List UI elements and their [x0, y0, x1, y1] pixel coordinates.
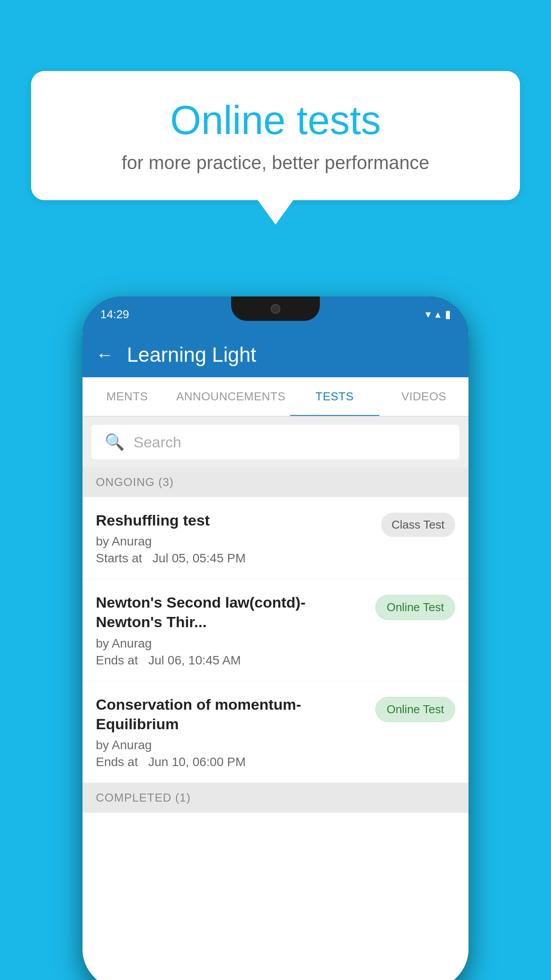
- test-name: Reshuffling test: [96, 510, 372, 530]
- ongoing-section-header: ONGOING (3): [83, 467, 468, 497]
- status-time: 14:29: [100, 308, 129, 321]
- app-title: Learning Light: [127, 343, 256, 367]
- test-list: Reshuffling test by Anurag Starts at Jul…: [83, 497, 468, 980]
- test-time: Ends at Jul 06, 10:45 AM: [96, 653, 366, 668]
- tab-tests[interactable]: TESTS: [290, 377, 379, 416]
- test-time-label: Starts at: [96, 551, 142, 565]
- completed-section-header: COMPLETED (1): [83, 783, 468, 813]
- test-time-value: Jul 06, 10:45 AM: [148, 653, 241, 667]
- test-item[interactable]: Reshuffling test by Anurag Starts at Jul…: [83, 497, 468, 579]
- test-name: Newton's Second law(contd)-Newton's Thir…: [96, 593, 366, 632]
- test-item[interactable]: Newton's Second law(contd)-Newton's Thir…: [83, 579, 468, 681]
- status-bar: 14:29 ▾ ▴ ▮: [83, 296, 468, 332]
- tab-videos[interactable]: VIDEOS: [379, 377, 468, 416]
- test-time: Ends at Jun 10, 06:00 PM: [96, 755, 366, 769]
- bubble-subtitle: for more practice, better performance: [67, 152, 484, 174]
- test-badge-online-2: Online Test: [375, 697, 455, 722]
- phone-screen: ← Learning Light MENTS ANNOUNCEMENTS TES…: [83, 332, 468, 980]
- speech-bubble-container: Online tests for more practice, better p…: [31, 71, 520, 225]
- search-placeholder: Search: [134, 434, 181, 451]
- tabs-container: MENTS ANNOUNCEMENTS TESTS VIDEOS: [83, 377, 468, 417]
- status-icons: ▾ ▴ ▮: [425, 308, 451, 320]
- app-header: ← Learning Light: [83, 332, 468, 377]
- test-info: Conservation of momentum-Equilibrium by …: [96, 695, 366, 769]
- search-bar[interactable]: 🔍 Search: [91, 425, 460, 459]
- test-time-value: Jul 05, 05:45 PM: [153, 551, 246, 565]
- tab-announcements[interactable]: ANNOUNCEMENTS: [172, 377, 290, 416]
- search-container: 🔍 Search: [83, 417, 468, 467]
- speech-bubble-arrow: [258, 200, 293, 225]
- phone-camera: [271, 304, 280, 314]
- wifi-icon: ▾: [425, 308, 431, 320]
- test-time-value: Jun 10, 06:00 PM: [148, 755, 245, 769]
- signal-icon: ▴: [435, 308, 441, 320]
- test-badge-class: Class Test: [381, 513, 455, 537]
- test-badge-online: Online Test: [375, 595, 455, 620]
- battery-icon: ▮: [445, 308, 451, 320]
- test-item[interactable]: Conservation of momentum-Equilibrium by …: [83, 681, 468, 783]
- test-author: by Anurag: [96, 534, 372, 549]
- test-time: Starts at Jul 05, 05:45 PM: [96, 551, 372, 565]
- test-name: Conservation of momentum-Equilibrium: [96, 695, 366, 734]
- test-info: Newton's Second law(contd)-Newton's Thir…: [96, 593, 366, 667]
- bubble-title: Online tests: [67, 98, 484, 143]
- speech-bubble: Online tests for more practice, better p…: [31, 71, 520, 200]
- test-time-label: Ends at: [96, 755, 138, 769]
- tab-ments[interactable]: MENTS: [83, 377, 172, 416]
- test-author: by Anurag: [96, 636, 366, 651]
- search-icon: 🔍: [105, 433, 125, 451]
- test-info: Reshuffling test by Anurag Starts at Jul…: [96, 510, 372, 565]
- phone-notch: [231, 296, 320, 321]
- back-arrow-icon[interactable]: ←: [96, 345, 114, 365]
- test-time-label: Ends at: [96, 653, 138, 667]
- phone-frame: 14:29 ▾ ▴ ▮ ← Learning Light MENTS ANNOU…: [83, 296, 468, 980]
- test-author: by Anurag: [96, 738, 366, 752]
